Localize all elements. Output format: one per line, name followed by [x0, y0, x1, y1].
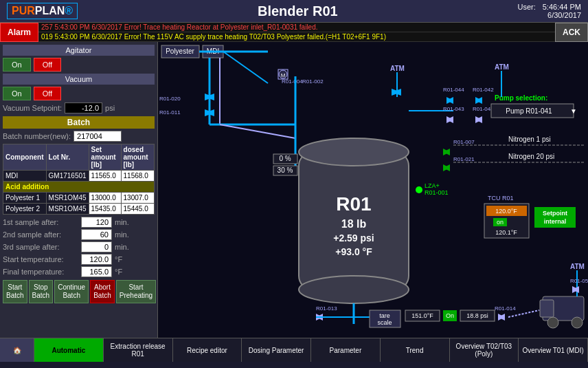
vacuum-title: Vacuum — [3, 74, 155, 85]
vacuum-setpoint-input[interactable] — [65, 102, 102, 113]
abort-batch-button[interactable]: AbortBatch — [90, 280, 115, 303]
agitator-on-button[interactable]: On — [3, 58, 31, 72]
param-label-3: 3rd sample after: — [3, 243, 78, 251]
start-batch-button[interactable]: StartBatch — [3, 280, 27, 303]
tab-extraction[interactable]: Extraction release R01 — [104, 338, 173, 362]
svg-text:0 %: 0 % — [279, 155, 291, 162]
alarm-id-2: 019 — [41, 33, 53, 41]
param-row-5: Final temperature: °F — [3, 266, 155, 277]
svg-text:Nitrogen 20 psi: Nitrogen 20 psi — [508, 153, 554, 160]
cell-set: 15435.0 — [89, 204, 121, 215]
svg-text:R01-020: R01-020 — [159, 96, 181, 102]
process-diagram: Polyester MDI R01-020 R01-011 R01-004 — [158, 42, 588, 338]
param-label-2: 2nd sample after: — [3, 230, 78, 239]
acid-addition-label: Acid addition — [3, 182, 155, 193]
col-set: Set amount [lb] — [89, 144, 121, 171]
vacuum-off-button[interactable]: Off — [34, 87, 61, 100]
svg-text:30 %: 30 % — [278, 166, 293, 174]
action-buttons: StartBatch StopBatch ContinueBatch Abort… — [3, 280, 155, 303]
agitator-off-button[interactable]: Off — [34, 58, 61, 72]
cell-dosed: 15445.0 — [121, 204, 154, 215]
time-display: 5:46:44 PM — [543, 3, 581, 11]
param-unit-3: min. — [115, 243, 129, 251]
svg-text:R01-001: R01-001 — [425, 189, 449, 196]
col-dosed: dosed amount [lb] — [121, 144, 154, 171]
param-unit-1: min. — [115, 218, 129, 226]
alarm-messages: 257 5:43:00 PM 6/30/2017 Error! Trace he… — [38, 23, 555, 42]
vacuum-buttons: On Off — [3, 87, 155, 100]
param-input-3[interactable] — [81, 241, 112, 252]
svg-text:ATM: ATM — [390, 65, 405, 72]
stop-batch-button[interactable]: StopBatch — [29, 280, 54, 303]
svg-text:scale: scale — [377, 319, 392, 326]
svg-rect-97 — [540, 300, 554, 317]
table-row: MDI GM1716501 11565.0 11568.0 — [3, 171, 155, 182]
svg-text:ATM: ATM — [495, 63, 509, 71]
continue-batch-button[interactable]: ContinueBatch — [54, 280, 89, 303]
cell-dosed: 11568.0 — [121, 171, 154, 182]
svg-text:120.1°F: 120.1°F — [495, 229, 517, 236]
svg-text:ATM: ATM — [570, 263, 585, 270]
user-row: User: 5:46:44 PM — [517, 3, 581, 11]
start-preheating-button[interactable]: StartPreheating — [116, 280, 156, 303]
svg-text:tare: tare — [379, 312, 390, 319]
vacuum-on-button[interactable]: On — [3, 87, 31, 100]
svg-point-35 — [416, 186, 422, 193]
tab-automatic[interactable]: Automatic — [34, 338, 104, 362]
svg-text:R01-044: R01-044 — [443, 87, 464, 93]
svg-text:120.0°F: 120.0°F — [495, 208, 517, 215]
tab-overview-t02[interactable]: Overview T02/T03 (Poly) — [450, 338, 519, 362]
alarm-button[interactable]: Alarm — [0, 23, 38, 42]
cell-lot: MSR1OM45 — [46, 204, 89, 215]
batch-section: Batch Batch number(new): Component Lot N… — [3, 116, 155, 303]
table-row-subheader: Acid addition — [3, 182, 155, 193]
svg-text:R01-011: R01-011 — [159, 109, 181, 116]
svg-text:Setpoint: Setpoint — [543, 210, 567, 217]
ack-button[interactable]: ACK — [555, 23, 588, 42]
batch-num-label: Batch number(new): — [3, 132, 71, 140]
param-input-1[interactable] — [81, 217, 112, 228]
main-content: Agitator On Off Vacuum On Off Vacuum Set… — [0, 42, 588, 338]
date-display: 6/30/2017 — [547, 11, 581, 19]
svg-text:R01-002: R01-002 — [302, 78, 324, 85]
param-row-4: Start temperature: °F — [3, 254, 155, 265]
cell-set: 13000.0 — [89, 193, 121, 204]
table-row: Polyester 2 MSR1OM45 15435.0 15445.0 — [3, 204, 155, 215]
logo-pur: PUR — [12, 5, 35, 17]
alarm-time-2: 5:43:00 PM 6/30/2017 — [54, 33, 122, 41]
svg-text:R01-042: R01-042 — [473, 87, 494, 93]
alarm-text-1: Error! Trace heating Reactor at Polyeste… — [124, 23, 318, 31]
svg-text:Polyester: Polyester — [166, 47, 194, 55]
agitator-buttons: On Off — [3, 58, 155, 72]
param-input-4[interactable] — [81, 254, 112, 265]
tab-recipe[interactable]: Recipe editor — [173, 338, 242, 362]
cell-lot: MSR1OM45 — [46, 193, 89, 204]
left-panel: Agitator On Off Vacuum On Off Vacuum Set… — [0, 42, 158, 338]
logo: PURPLAN® — [7, 3, 78, 19]
param-unit-5: °F — [115, 268, 122, 276]
svg-text:18   lb: 18 lb — [341, 218, 367, 230]
tab-trend[interactable]: Trend — [381, 338, 450, 362]
vacuum-unit: psi — [105, 104, 115, 112]
cell-component: Polyester 1 — [3, 193, 47, 204]
svg-text:internal: internal — [544, 218, 567, 225]
cell-set: 11565.0 — [89, 171, 121, 182]
svg-text:R01-043: R01-043 — [443, 106, 464, 112]
alarm-id-1: 257 — [41, 23, 53, 31]
svg-text:On: On — [446, 312, 454, 319]
tab-dosing[interactable]: Dosing Parameter — [242, 338, 311, 362]
tab-home[interactable]: 🏠 — [0, 338, 34, 362]
param-label-5: Final temperature: — [3, 268, 78, 276]
svg-text:R01-014: R01-014 — [495, 305, 516, 312]
svg-text:+2.59 psi: +2.59 psi — [333, 232, 374, 243]
param-unit-2: min. — [115, 230, 129, 239]
svg-point-95 — [547, 317, 558, 328]
param-input-2[interactable] — [81, 229, 112, 240]
param-input-5[interactable] — [81, 266, 112, 277]
tab-overview-t01[interactable]: Overview T01 (MDI) — [519, 338, 588, 362]
header: PURPLAN® Blender R01 User: 5:46:44 PM 6/… — [0, 0, 588, 23]
tab-parameter[interactable]: Parameter — [311, 338, 381, 362]
svg-text:+93.0 °F: +93.0 °F — [335, 246, 372, 257]
batch-num-input[interactable] — [74, 131, 122, 142]
diagram-area: Polyester MDI R01-020 R01-011 R01-004 — [158, 42, 588, 338]
